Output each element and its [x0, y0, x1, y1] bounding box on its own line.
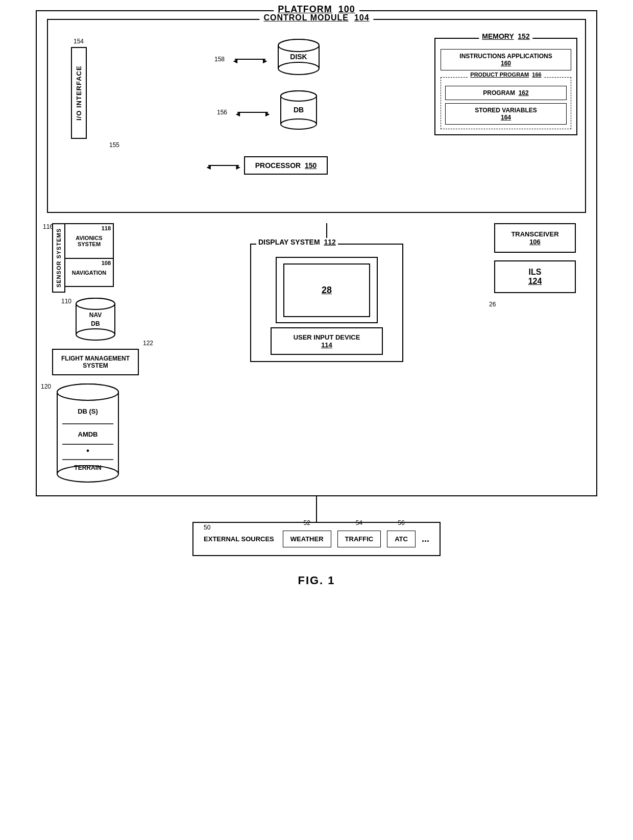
ils-text: ILS [499, 268, 571, 277]
traffic-box: TRAFFIC [337, 531, 381, 547]
platform-lower: 116 SENSOR SYSTEMS 118 AVIONICS SYSTEM [47, 223, 586, 485]
vert-line-to-bottom [316, 496, 317, 522]
disk-ref-num: 158 [214, 56, 225, 63]
svg-text:NAV: NAV [89, 311, 102, 319]
svg-point-11 [281, 119, 316, 129]
sensor-right-col: 118 AVIONICS SYSTEM 108 NAVIGATION [65, 223, 114, 293]
transceiver-ref: 106 [529, 238, 541, 246]
memory-box: MEMORY 152 INSTRUCTIONS APPLICATIONS 160 [434, 38, 577, 135]
svg-point-12 [281, 91, 316, 101]
nav-box: 108 NAVIGATION [65, 259, 114, 287]
ils-ref: 124 [528, 277, 542, 285]
memory-label: MEMORY 152 [479, 32, 532, 40]
ils-group: ILS 124 [494, 260, 576, 293]
db-svg: DB [278, 88, 319, 134]
io-ref-label: 154 [74, 38, 84, 45]
atc-ref: 56 [398, 519, 404, 526]
connection-ref: 26 [489, 301, 496, 308]
atc-box: ATC [387, 531, 416, 547]
svg-point-19 [76, 298, 115, 309]
weather-group: 52 WEATHER [283, 531, 331, 547]
product-program-box: PRODUCT PROGRAM 166 PROGRAM 162 [441, 77, 571, 129]
control-module-label: CONTROL MODULE 104 [259, 13, 373, 22]
fms-box: FLIGHT MANAGEMENT SYSTEM [52, 349, 139, 375]
fms-ref-label: 122 [143, 340, 153, 347]
nav-ref: 108 [102, 260, 111, 266]
cm-text: CONTROL MODULE [263, 13, 349, 22]
processor-box: PROCESSOR 150 [244, 156, 328, 175]
display-system-label: DISPLAY SYSTEM 112 [256, 238, 338, 246]
ext-sources-label: EXTERNAL SOURCES [204, 535, 274, 543]
db-arrows: ◄ ► [237, 112, 268, 113]
sensor-outer: 116 SENSOR SYSTEMS 118 AVIONICS SYSTEM [52, 223, 114, 293]
program-ref: 162 [519, 89, 529, 97]
db-row: 156 ◄ ► [217, 88, 319, 136]
svg-text:AMDB: AMDB [78, 430, 98, 438]
weather-box: WEATHER [283, 531, 331, 547]
ils-box: ILS 124 [494, 260, 576, 293]
sensor-inner-group: SENSOR SYSTEMS 118 AVIONICS SYSTEM 108 N… [52, 223, 114, 293]
nav-db-svg: NAV DB [72, 298, 118, 344]
more-dots: ... [422, 534, 429, 544]
db-arrow-line: ◄ ► [237, 112, 268, 113]
transceiver-group: TRANSCEIVER 106 [494, 223, 576, 253]
display-system-box: DISPLAY SYSTEM 112 28 USER INPUT DEVICE … [250, 244, 403, 362]
instructions-text: INSTRUCTIONS APPLICATIONS [445, 53, 567, 60]
svg-point-5 [278, 39, 319, 52]
arrow-line: ◄ ► [235, 59, 265, 60]
io-interface-column: 154 I/O INTERFACE [56, 38, 102, 139]
svg-text:•: • [86, 446, 89, 455]
external-sources-box: 50 EXTERNAL SOURCES 52 WEATHER 54 TRAFFI… [192, 522, 441, 556]
memory-inner: INSTRUCTIONS APPLICATIONS 160 PRODUCT PR… [441, 49, 571, 129]
io-text: I/O INTERFACE [75, 65, 83, 121]
dbs-ref-label: 120 [41, 383, 51, 390]
io-interface-box: I/O INTERFACE [71, 47, 87, 139]
svg-text:TERRAIN: TERRAIN [74, 464, 101, 471]
disk-svg: DISK [276, 38, 322, 79]
program-text: PROGRAM [483, 89, 515, 97]
svg-text:DB: DB [294, 106, 304, 114]
nav-db-group: 110 NAV DB [72, 298, 118, 344]
program-box: PROGRAM 162 [445, 86, 567, 100]
disk-arrows: ◄ ► [235, 59, 265, 60]
db-ref-num: 156 [217, 109, 227, 116]
left-column: 116 SENSOR SYSTEMS 118 AVIONICS SYSTEM [52, 223, 164, 485]
svg-text:DB: DB [91, 320, 100, 327]
disk-shape: DISK [276, 38, 322, 81]
instructions-ref: 160 [501, 60, 511, 67]
proc-arrow: ◄ ► [208, 165, 239, 166]
center-lower: DISPLAY SYSTEM 112 28 USER INPUT DEVICE … [175, 223, 479, 362]
proc-text: PROCESSOR [255, 161, 301, 170]
dbs-svg: DB (S) AMDB • TERRAIN [52, 383, 124, 485]
disk-row: 158 ◄ ► [214, 38, 322, 81]
transceiver-text: TRANSCEIVER [499, 230, 571, 238]
cm-center-column: 158 ◄ ► [107, 33, 429, 175]
product-program-label: PRODUCT PROGRAM 166 [468, 71, 543, 78]
cm-ref: 104 [354, 13, 370, 22]
platform-box: PLATFORM 100 CONTROL MODULE 104 154 I/O … [36, 10, 597, 496]
processor-row: ◄ ► PROCESSOR 150 [208, 156, 328, 175]
svg-point-27 [57, 384, 118, 400]
sv-text: STORED VARIABLES [450, 107, 562, 114]
platform-ref: 100 [338, 4, 355, 14]
display-screen-outer: 28 [276, 257, 378, 323]
sv-ref: 164 [501, 114, 511, 121]
transceiver-box: TRANSCEIVER 106 [494, 223, 576, 253]
db-cylinder: DB [278, 88, 319, 136]
avionics-ref: 118 [102, 225, 111, 231]
ref-155: 155 [109, 141, 119, 149]
ext-sources-group: 50 EXTERNAL SOURCES [204, 535, 277, 543]
right-lower: TRANSCEIVER 106 ILS 124 26 [489, 223, 581, 308]
instructions-box: INSTRUCTIONS APPLICATIONS 160 [441, 49, 571, 70]
svg-text:DISK: DISK [290, 53, 307, 61]
weather-ref: 52 [303, 519, 310, 526]
sensor-systems-label: SENSOR SYSTEMS [52, 223, 65, 293]
stored-variables-box: STORED VARIABLES 164 [445, 103, 567, 125]
dbs-group: 120 DB (S) AMDB • TERRAI [52, 383, 124, 485]
display-screen-inner: 28 [283, 263, 370, 317]
diagram-container: PLATFORM 100 CONTROL MODULE 104 154 I/O … [20, 10, 613, 587]
svg-text:DB (S): DB (S) [78, 407, 98, 415]
atc-group: 56 ATC [387, 531, 416, 547]
figure-label: FIG. 1 [298, 574, 335, 587]
sensor-systems-group: 116 SENSOR SYSTEMS 118 AVIONICS SYSTEM [52, 223, 114, 293]
